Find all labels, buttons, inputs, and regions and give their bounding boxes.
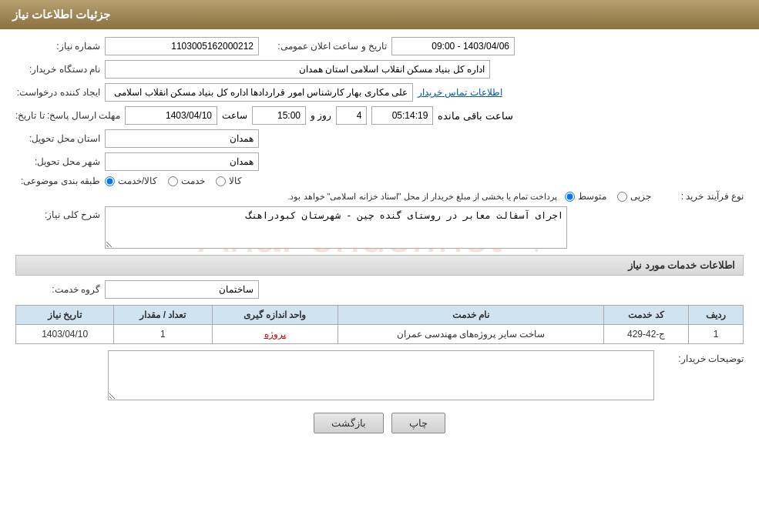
deadline-remaining-label: ساعت باقی مانده — [438, 110, 512, 122]
content-area: 🛡 AnaFender.net شماره نیاز: تاریخ و ساعت… — [0, 29, 759, 453]
page-wrapper: جزئیات اطلاعات نیاز 🛡 AnaFender.net شمار… — [0, 0, 759, 532]
deadline-days-label: روز و — [311, 110, 331, 121]
buyer-notes-textarea[interactable] — [108, 350, 654, 400]
need-number-input[interactable] — [105, 37, 259, 55]
category-option3-label: کالا/خدمت — [118, 176, 157, 186]
description-label: شرح کلی نیاز: — [15, 206, 100, 220]
buyer-notes-row: توضیحات خریدار: — [15, 350, 744, 400]
need-number-label: شماره نیاز: — [15, 41, 100, 52]
purchase-type-option2-label: متوسط — [578, 191, 606, 202]
category-radio-service[interactable] — [168, 176, 178, 186]
creator-contact-link[interactable]: اطلاعات تماس خریدار — [418, 87, 502, 98]
province-input[interactable] — [105, 129, 259, 148]
table-row: 1 ج-42-429 ساخت سایر پروژه‌های مهندسی عم… — [16, 325, 744, 344]
col-unit: واحد اندازه گیری — [212, 306, 338, 325]
category-radio-goods[interactable] — [216, 176, 226, 186]
creator-label: ایجاد کننده درخواست: — [15, 87, 100, 98]
purchase-type-medium: متوسط — [565, 191, 606, 202]
services-section-title: اطلاعات خدمات مورد نیاز — [15, 255, 744, 276]
page-title: جزئیات اطلاعات نیاز — [12, 8, 110, 21]
cell-service-code: ج-42-429 — [604, 325, 689, 344]
deadline-remaining-input[interactable] — [371, 106, 433, 125]
description-row: شرح کلی نیاز: اجرای آسفالت معابر در روست… — [15, 206, 744, 249]
category-option1-label: کالا — [229, 176, 242, 186]
deadline-label: مهلت ارسال پاسخ: تا تاریخ: — [15, 110, 120, 121]
buyer-org-label: نام دستگاه خریدار: — [15, 64, 100, 75]
cell-unit[interactable]: پروژه — [212, 325, 338, 344]
cell-service-name: ساخت سایر پروژه‌های مهندسی عمران — [338, 325, 604, 344]
table-header: ردیف کد خدمت نام خدمت واحد اندازه گیری ت… — [16, 306, 744, 325]
creator-row: ایجاد کننده درخواست: اطلاعات تماس خریدار — [15, 83, 744, 102]
service-group-input[interactable] — [105, 280, 259, 299]
col-service-name: نام خدمت — [338, 306, 604, 325]
print-button[interactable]: چاپ — [391, 413, 445, 433]
category-option-both: کالا/خدمت — [105, 176, 157, 186]
cell-need-date: 1403/04/10 — [16, 325, 114, 344]
city-label: شهر محل تحویل: — [15, 156, 100, 167]
col-service-code: کد خدمت — [604, 306, 689, 325]
buyer-notes-label: توضیحات خریدار: — [659, 350, 744, 364]
services-table: ردیف کد خدمت نام خدمت واحد اندازه گیری ت… — [15, 305, 744, 344]
col-need-date: تاریخ نیاز — [16, 306, 114, 325]
category-option-goods: کالا — [216, 176, 242, 186]
category-label: طبقه بندی موضوعی: — [15, 176, 100, 186]
description-textarea[interactable]: اجرای آسفالت معابر در روستای گنده چین - … — [105, 206, 567, 249]
cell-row-number: 1 — [688, 325, 743, 344]
category-radio-both[interactable] — [105, 176, 115, 186]
col-quantity: تعداد / مقدار — [114, 306, 212, 325]
buyer-org-input[interactable] — [105, 60, 490, 79]
deadline-time-input[interactable] — [252, 106, 306, 125]
col-row-number: ردیف — [688, 306, 743, 325]
purchase-type-radio-minor[interactable] — [617, 192, 627, 202]
purchase-type-minor: جزیی — [617, 191, 651, 202]
city-row: شهر محل تحویل: — [15, 152, 744, 171]
announcement-date-input[interactable] — [391, 37, 515, 55]
purchase-type-option1-label: جزیی — [630, 191, 651, 202]
category-row: طبقه بندی موضوعی: کالا خدمت کالا/خدمت — [15, 176, 744, 186]
service-group-row: گروه خدمت: — [15, 280, 744, 299]
purchase-type-radio-group: جزیی متوسط — [565, 191, 651, 202]
purchase-type-radio-medium[interactable] — [565, 192, 575, 202]
page-header: جزئیات اطلاعات نیاز — [0, 0, 759, 29]
city-input[interactable] — [105, 152, 259, 171]
table-body: 1 ج-42-429 ساخت سایر پروژه‌های مهندسی عم… — [16, 325, 744, 344]
main-form: 🛡 AnaFender.net شماره نیاز: تاریخ و ساعت… — [15, 37, 744, 433]
province-label: استان محل تحویل: — [15, 133, 100, 144]
announcement-date-label: تاریخ و ساعت اعلان عمومی: — [264, 41, 387, 52]
deadline-days-input[interactable] — [336, 106, 367, 125]
table-header-row: ردیف کد خدمت نام خدمت واحد اندازه گیری ت… — [16, 306, 744, 325]
cell-quantity: 1 — [114, 325, 212, 344]
deadline-row: مهلت ارسال پاسخ: تا تاریخ: ساعت روز و سا… — [15, 106, 744, 125]
purchase-type-row: نوع فرآیند خرید : جزیی متوسط پرداخت تمام… — [15, 191, 744, 202]
province-row: استان محل تحویل: — [15, 129, 744, 148]
back-button[interactable]: بازگشت — [314, 413, 384, 433]
deadline-time-label: ساعت — [222, 110, 247, 121]
purchase-type-note: پرداخت تمام یا بخشی از مبلغ خریدار از مح… — [287, 192, 557, 202]
form-content: شماره نیاز: تاریخ و ساعت اعلان عمومی: نا… — [15, 37, 744, 433]
purchase-type-label: نوع فرآیند خرید : — [659, 191, 744, 202]
buyer-org-row: نام دستگاه خریدار: — [15, 60, 744, 79]
creator-input[interactable] — [105, 83, 413, 102]
service-group-label: گروه خدمت: — [15, 284, 100, 295]
category-option-service: خدمت — [168, 176, 205, 186]
category-option2-label: خدمت — [181, 176, 205, 186]
button-row: چاپ بازگشت — [15, 413, 744, 433]
category-radio-group: کالا خدمت کالا/خدمت — [105, 176, 242, 186]
services-table-section: ردیف کد خدمت نام خدمت واحد اندازه گیری ت… — [15, 305, 744, 344]
deadline-date-input[interactable] — [125, 106, 217, 125]
need-number-row: شماره نیاز: تاریخ و ساعت اعلان عمومی: — [15, 37, 744, 55]
